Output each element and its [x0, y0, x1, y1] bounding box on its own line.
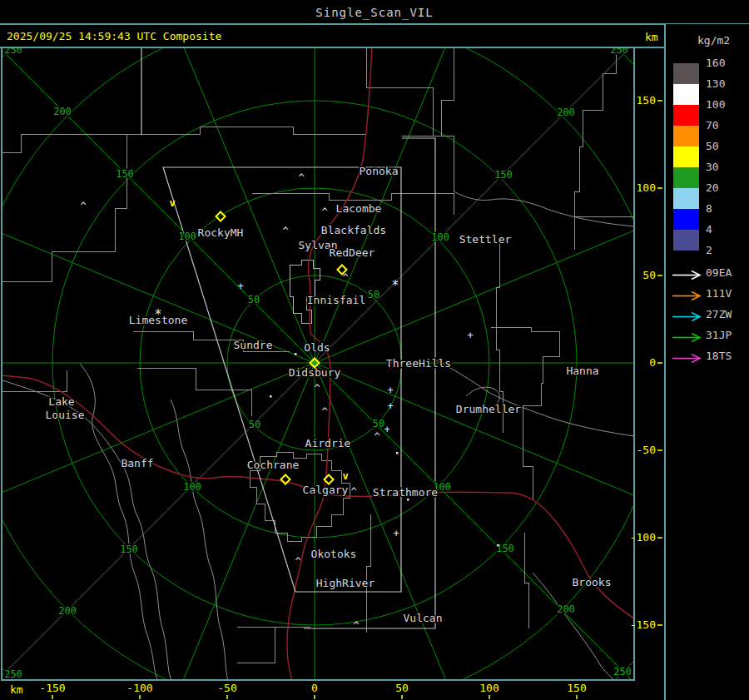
city-label: Banff	[121, 457, 153, 469]
vil-scale-swatch	[673, 84, 699, 105]
bottom-axis-tick-label: 100	[479, 682, 499, 694]
range-ring-label: 200	[557, 107, 575, 118]
bottom-axis-unit: km	[10, 683, 23, 696]
right-axis-tick-label: 0	[649, 356, 656, 369]
caret-marker: ^	[353, 620, 359, 632]
radar-id-label: 111V	[706, 287, 732, 300]
city-label: Olds	[304, 341, 330, 354]
city-label: HighRiver	[316, 577, 375, 589]
city-label: Brooks	[573, 576, 612, 588]
radar-id-label: 27ZW	[706, 308, 732, 320]
vil-scale-swatch	[673, 63, 699, 84]
city-label: Airdrie	[305, 437, 351, 449]
azimuth-spoke	[0, 363, 315, 537]
city-label: RedDeer	[330, 246, 375, 259]
vil-scale-swatch	[673, 126, 699, 146]
vil-scale-swatch	[673, 146, 699, 167]
city-label: Cochrane	[247, 459, 300, 471]
111V-arrow-icon	[671, 289, 704, 305]
point-marker	[396, 452, 399, 454]
vil-scale-swatch	[673, 105, 699, 126]
point-marker	[497, 544, 499, 547]
yellow-vector-icon: v	[169, 197, 175, 209]
right-axis-tick-label: -50	[637, 444, 656, 456]
range-ring-label: 200	[53, 106, 72, 117]
range-ring-label: 200	[557, 603, 575, 615]
range-ring-label: 100	[178, 231, 196, 242]
vil-scale-value: 8	[706, 202, 744, 215]
city-label: Vulcan	[404, 612, 443, 624]
range-ring-label: 250	[4, 44, 22, 56]
right-axis-tick-label: 100	[637, 181, 656, 194]
radar-id-label: 09EA	[706, 266, 732, 279]
city-label: Calgary	[303, 484, 349, 496]
caret-marker: ^	[314, 383, 320, 395]
radar-id-label: 31JP	[706, 329, 732, 341]
city-label: ThreeHills	[386, 357, 451, 370]
vil-scale-value: 100	[706, 98, 744, 111]
27ZW-arrow-icon	[671, 310, 704, 325]
caret-marker: ^	[295, 556, 300, 568]
caret-marker: ^	[374, 431, 379, 443]
city-label: Hanna	[566, 365, 598, 377]
caret-marker: ^	[321, 406, 327, 418]
bottom-axis-tick-label: 50	[395, 682, 409, 694]
radar-id-label: 18TS	[706, 350, 732, 362]
range-ring-label: 200	[58, 605, 77, 617]
vil-scale-value: 30	[706, 161, 744, 173]
city-label: Louise	[46, 409, 85, 421]
city-label: Ponoka	[360, 165, 399, 177]
radar-viewer-window: Single_Scan_VIL 2025/09/25 14:59:43 UTC …	[0, 0, 749, 700]
vil-scale-swatch	[673, 209, 699, 230]
caret-marker: ^	[298, 172, 304, 184]
right-axis-tick-label: -100	[630, 531, 656, 544]
vil-scale-value: 160	[706, 57, 744, 69]
bottom-axis-tick-label: 0	[311, 682, 318, 694]
vil-scale-value: 4	[706, 223, 744, 236]
point-marker	[270, 395, 272, 398]
city-label: Sundre	[234, 339, 273, 351]
city-label: Blackfalds	[321, 224, 386, 236]
azimuth-spoke	[141, 363, 315, 700]
bottom-axis-tick-label: -150	[39, 682, 65, 694]
18TS-arrow-icon	[671, 351, 704, 367]
city-label: Innisfail	[307, 294, 365, 306]
plus-marker: +	[384, 424, 389, 435]
plus-marker: +	[387, 385, 393, 396]
yellow-vector-icon: v	[342, 470, 348, 482]
vil-scale-value: 130	[706, 77, 744, 90]
city-label: Stettler	[459, 233, 512, 246]
vil-scale-swatch	[673, 188, 699, 209]
radar-map-canvas[interactable]: 5050505010010010010015015015015020020020…	[0, 0, 749, 700]
azimuth-spoke	[0, 189, 315, 363]
range-ring-label: 100	[431, 231, 449, 243]
vil-scale-value: 70	[706, 119, 744, 132]
vil-scale-value: 50	[706, 140, 744, 152]
plus-marker: +	[387, 400, 393, 412]
point-marker	[407, 499, 409, 501]
range-ring-label: 100	[183, 481, 201, 493]
point-marker	[295, 353, 297, 355]
range-ring-label: 250	[610, 44, 628, 56]
31JP-arrow-icon	[671, 330, 704, 346]
legend-unit-label: kg/m2	[697, 34, 730, 47]
range-ring-label: 50	[368, 289, 379, 300]
vil-scale-swatch	[673, 167, 699, 188]
city-label: Limestone	[129, 314, 188, 326]
bottom-axis-tick-label: 150	[567, 682, 586, 694]
vil-scale-value: 2	[706, 244, 744, 256]
city-label: Okotoks	[311, 548, 357, 560]
plus-marker: +	[237, 280, 243, 292]
city-label: RockyMH	[198, 226, 244, 239]
range-ring-label: 250	[613, 666, 632, 678]
city-label: Drumheller	[456, 403, 521, 415]
plus-marker: +	[467, 330, 473, 341]
09EA-arrow-icon	[671, 268, 704, 284]
range-ring-label: 50	[373, 418, 384, 429]
caret-marker: ^	[80, 201, 86, 212]
bottom-axis-tick-label: -100	[126, 682, 152, 694]
city-label: Strathmore	[373, 486, 438, 499]
vil-scale-value: 20	[706, 181, 744, 194]
range-ring-label: 150	[120, 544, 138, 555]
caret-marker: ^	[282, 226, 288, 237]
